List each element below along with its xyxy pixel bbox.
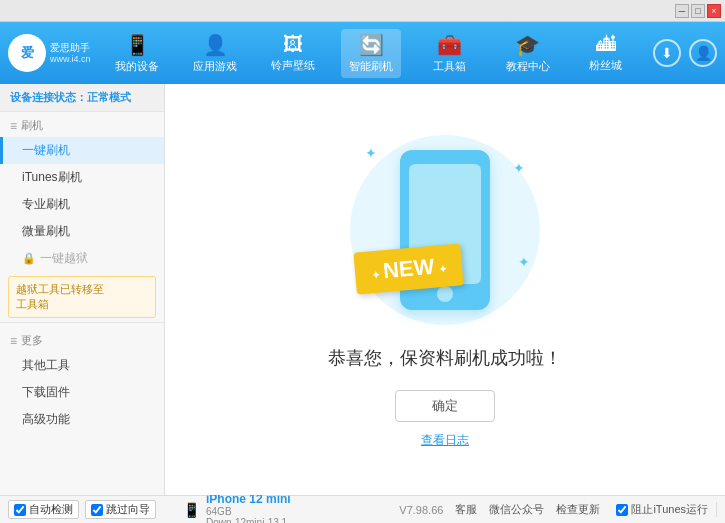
logo-icon: 爱 — [8, 34, 46, 72]
skip-wizard-input[interactable] — [91, 504, 103, 516]
wechat-link[interactable]: 微信公众号 — [489, 502, 544, 517]
content-area: ✦ ✦ ✦ NEW 恭喜您，保资料刷机成功啦！ 确定 查看日志 — [165, 84, 725, 495]
sidebar-item-download-firmware[interactable]: 下载固件 — [0, 379, 164, 406]
ringtone-wallpaper-icon: 🖼 — [283, 33, 303, 56]
window-controls[interactable]: ─ □ × — [675, 4, 721, 18]
connection-status: 设备连接状态：正常模式 — [0, 84, 164, 112]
maximize-button[interactable]: □ — [691, 4, 705, 18]
phone-home-button — [437, 286, 453, 302]
close-button[interactable]: × — [707, 4, 721, 18]
sidebar-item-pro-flash[interactable]: 专业刷机 — [0, 191, 164, 218]
flash-section-icon: ≡ — [10, 119, 17, 133]
bottom-bar: 自动检测 跳过向导 📱 iPhone 12 mini 64GB Down-12m… — [0, 495, 725, 523]
sidebar-item-micro-flash[interactable]: 微量刷机 — [0, 218, 164, 245]
nav-smart-flash[interactable]: 🔄 智能刷机 — [341, 29, 401, 78]
device-info-bottom: 📱 iPhone 12 mini 64GB Down-12mini-13,1 — [173, 492, 399, 524]
jailbreak-warning-box: 越狱工具已转移至 工具箱 — [8, 276, 156, 318]
auto-detect-checkbox[interactable]: 自动检测 — [8, 500, 79, 519]
nav-right: ⬇ 👤 — [653, 39, 717, 67]
smart-flash-icon: 🔄 — [359, 33, 384, 57]
confirm-button[interactable]: 确定 — [395, 390, 495, 422]
device-storage-bottom: 64GB — [206, 506, 291, 517]
sidebar-section-flash: ≡ 刷机 — [0, 112, 164, 137]
prevent-itunes[interactable]: 阻止iTunes运行 — [608, 502, 717, 517]
app-game-icon: 👤 — [203, 33, 228, 57]
download-button[interactable]: ⬇ — [653, 39, 681, 67]
my-device-icon: 📱 — [125, 33, 150, 57]
sidebar-item-advanced[interactable]: 高级功能 — [0, 406, 164, 433]
fans-city-icon: 🏙 — [596, 33, 616, 56]
success-message: 恭喜您，保资料刷机成功啦！ — [328, 346, 562, 370]
sparkle-1: ✦ — [365, 145, 377, 161]
bottom-right: V7.98.66 客服 微信公众号 检查更新 — [399, 502, 600, 517]
header: 爱 爱思助手 www.i4.cn 📱 我的设备 👤 应用游戏 🖼 铃声壁纸 🔄 … — [0, 22, 725, 84]
title-bar: ─ □ × — [0, 0, 725, 22]
view-log-link[interactable]: 查看日志 — [421, 432, 469, 449]
sparkle-3: ✦ — [518, 254, 530, 270]
sidebar-item-jailbreak-disabled: 🔒 一键越狱 — [0, 245, 164, 272]
device-model-bottom: Down-12mini-13,1 — [206, 517, 291, 524]
auto-detect-input[interactable] — [14, 504, 26, 516]
prevent-itunes-checkbox[interactable] — [616, 504, 628, 516]
sparkle-2: ✦ — [513, 160, 525, 176]
logo-area: 爱 爱思助手 www.i4.cn — [8, 34, 98, 72]
nav-app-game[interactable]: 👤 应用游戏 — [185, 29, 245, 78]
nav-fans-city[interactable]: 🏙 粉丝城 — [576, 29, 636, 77]
sidebar-section-more: ≡ 更多 — [0, 327, 164, 352]
toolbox-icon: 🧰 — [437, 33, 462, 57]
more-section-icon: ≡ — [10, 334, 17, 348]
sidebar-item-other-tools[interactable]: 其他工具 — [0, 352, 164, 379]
bottom-left: 自动检测 跳过向导 — [8, 500, 173, 519]
minimize-button[interactable]: ─ — [675, 4, 689, 18]
user-button[interactable]: 👤 — [689, 39, 717, 67]
nav-my-device[interactable]: 📱 我的设备 — [107, 29, 167, 78]
customer-service-link[interactable]: 客服 — [455, 502, 477, 517]
check-update-link[interactable]: 检查更新 — [556, 502, 600, 517]
nav-toolbox[interactable]: 🧰 工具箱 — [420, 29, 480, 78]
device-icon: 📱 — [183, 502, 200, 518]
version-text: V7.98.66 — [399, 504, 443, 516]
nav-ringtone-wallpaper[interactable]: 🖼 铃声壁纸 — [263, 29, 323, 77]
nav-tutorial[interactable]: 🎓 教程中心 — [498, 29, 558, 78]
nav-items: 📱 我的设备 👤 应用游戏 🖼 铃声壁纸 🔄 智能刷机 🧰 工具箱 🎓 教程中心… — [98, 29, 645, 78]
main-layout: 设备连接状态：正常模式 ≡ 刷机 一键刷机 iTunes刷机 专业刷机 微量刷机… — [0, 84, 725, 495]
promo-image: ✦ ✦ ✦ NEW — [345, 130, 545, 330]
sidebar: 设备连接状态：正常模式 ≡ 刷机 一键刷机 iTunes刷机 专业刷机 微量刷机… — [0, 84, 165, 495]
sidebar-item-one-click-flash[interactable]: 一键刷机 — [0, 137, 164, 164]
sidebar-divider-1 — [0, 322, 164, 323]
skip-wizard-checkbox[interactable]: 跳过向导 — [85, 500, 156, 519]
tutorial-icon: 🎓 — [515, 33, 540, 57]
sidebar-item-itunes-flash[interactable]: iTunes刷机 — [0, 164, 164, 191]
logo-text: 爱思助手 www.i4.cn — [50, 41, 91, 66]
